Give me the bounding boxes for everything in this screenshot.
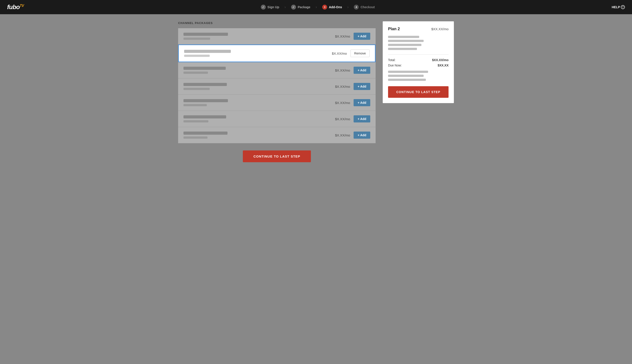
package-sub-bar-7: [184, 136, 208, 139]
step-signup-icon: [261, 5, 266, 10]
add-button-6[interactable]: + Add: [354, 115, 370, 122]
summary-bottom-bar-2: [388, 75, 424, 77]
summary-bar-1: [388, 36, 419, 38]
logo-fubo: fubo: [7, 4, 20, 10]
left-panel: CHANNEL PACKAGES $X.XX/mo + Add: [178, 21, 376, 162]
package-name-bar-6: [184, 115, 226, 118]
package-name-bar-5: [184, 99, 228, 102]
summary-bottom-bars: [388, 71, 448, 81]
step-checkout-icon: 4: [354, 5, 359, 10]
step-divider-3: ›: [347, 5, 348, 9]
total-row: Total: $XX.XX/mo: [388, 58, 448, 62]
package-item-6: $X.XX/mo + Add: [178, 111, 376, 127]
package-item-1: $X.XX/mo + Add: [178, 28, 376, 44]
package-right-5: $X.XX/mo + Add: [335, 99, 370, 106]
package-sub-bar-1: [184, 38, 210, 40]
plan-name: Plan 2: [388, 27, 400, 31]
package-right-4: $X.XX/mo + Add: [335, 83, 370, 90]
package-right-1: $X.XX/mo + Add: [335, 33, 370, 40]
step-signup: Sign Up: [261, 5, 279, 10]
package-item-2: $X.XX/mo Remove: [178, 44, 376, 62]
package-info-1: [184, 33, 228, 40]
summary-bottom-bar-3: [388, 79, 426, 81]
step-package-label: Package: [298, 5, 310, 9]
step-package-icon: [291, 5, 296, 10]
help-button[interactable]: HELP ?: [612, 5, 625, 9]
package-price-5: $X.XX/mo: [335, 101, 350, 105]
step-signup-label: Sign Up: [268, 5, 279, 9]
summary-bar-3: [388, 44, 421, 46]
summary-bars: [388, 36, 448, 50]
package-price-2: $X.XX/mo: [332, 52, 347, 55]
step-checkout-label: Checkout: [360, 5, 375, 9]
package-info-5: [184, 99, 228, 106]
package-item-3: $X.XX/mo + Add: [178, 62, 376, 78]
package-name-bar-7: [184, 132, 228, 135]
main-content: CHANNEL PACKAGES $X.XX/mo + Add: [160, 14, 472, 169]
section-title: CHANNEL PACKAGES: [178, 21, 376, 25]
package-name-bar-2: [184, 50, 231, 53]
total-value: $XX.XX/mo: [432, 58, 448, 62]
summary-header: Plan 2 $XX.XX/mo: [388, 27, 448, 31]
logo-tv: TV: [20, 4, 24, 8]
package-item-7: $X.XX/mo + Add: [178, 127, 376, 143]
package-right-6: $X.XX/mo + Add: [335, 115, 370, 122]
due-now-row: Due Now: $XX.XX: [388, 64, 448, 67]
continue-button-main[interactable]: CONTINUE TO LAST STEP: [243, 150, 311, 162]
package-name-bar-4: [184, 83, 227, 86]
continue-button-sidebar[interactable]: CONTINUE TO LAST STEP: [388, 86, 448, 98]
package-sub-bar-5: [184, 104, 207, 106]
bottom-continue-container: CONTINUE TO LAST STEP: [178, 150, 376, 162]
package-right-3: $X.XX/mo + Add: [335, 67, 370, 74]
package-item-5: $X.XX/mo + Add: [178, 95, 376, 111]
help-label: HELP: [612, 5, 620, 9]
step-addons-label: Add-Ons: [329, 5, 342, 9]
remove-button-2[interactable]: Remove: [350, 50, 370, 57]
step-divider-1: ›: [284, 5, 286, 9]
package-info-7: [184, 132, 228, 139]
package-price-1: $X.XX/mo: [335, 34, 350, 38]
summary-bar-4: [388, 48, 417, 50]
package-info-2: [184, 50, 231, 57]
package-price-6: $X.XX/mo: [335, 117, 350, 121]
package-sub-bar-4: [184, 88, 210, 90]
summary-bottom-bar-1: [388, 71, 428, 73]
summary-bar-2: [388, 40, 424, 42]
package-price-4: $X.XX/mo: [335, 85, 350, 88]
due-now-value: $XX.XX: [438, 64, 448, 67]
package-list: $X.XX/mo + Add $X.XX/mo Remove: [178, 28, 376, 143]
package-right-2: $X.XX/mo Remove: [332, 50, 370, 57]
step-addons-icon: 3: [322, 5, 327, 10]
package-item-4: $X.XX/mo + Add: [178, 78, 376, 95]
help-icon: ?: [621, 5, 625, 9]
package-price-3: $X.XX/mo: [335, 68, 350, 72]
package-name-bar-3: [184, 67, 226, 70]
right-panel: Plan 2 $XX.XX/mo Total: $XX.XX/mo Due No…: [383, 21, 454, 162]
package-sub-bar-6: [184, 120, 208, 122]
logo: fuboTV: [7, 4, 24, 11]
plan-price: $XX.XX/mo: [431, 27, 448, 31]
add-button-7[interactable]: + Add: [354, 132, 370, 139]
package-info-6: [184, 115, 226, 122]
total-label: Total:: [388, 58, 395, 62]
step-divider-2: ›: [316, 5, 317, 9]
step-addons: 3 Add-Ons: [322, 5, 342, 10]
add-button-1[interactable]: + Add: [354, 33, 370, 40]
due-now-label: Due Now:: [388, 64, 402, 67]
package-price-7: $X.XX/mo: [335, 133, 350, 137]
divider-1: [388, 54, 448, 55]
step-checkout: 4 Checkout: [354, 5, 375, 10]
package-info-3: [184, 67, 226, 74]
add-button-5[interactable]: + Add: [354, 99, 370, 106]
add-button-4[interactable]: + Add: [354, 83, 370, 90]
package-sub-bar-2: [184, 55, 210, 57]
header: fuboTV Sign Up › Package › 3 Add-Ons › 4…: [0, 0, 632, 14]
package-sub-bar-3: [184, 72, 208, 74]
summary-card: Plan 2 $XX.XX/mo Total: $XX.XX/mo Due No…: [383, 21, 454, 103]
step-package: Package: [291, 5, 310, 10]
add-button-3[interactable]: + Add: [354, 67, 370, 74]
package-name-bar-1: [184, 33, 228, 36]
package-right-7: $X.XX/mo + Add: [335, 132, 370, 139]
progress-steps: Sign Up › Package › 3 Add-Ons › 4 Checko…: [261, 5, 375, 10]
package-info-4: [184, 83, 227, 90]
